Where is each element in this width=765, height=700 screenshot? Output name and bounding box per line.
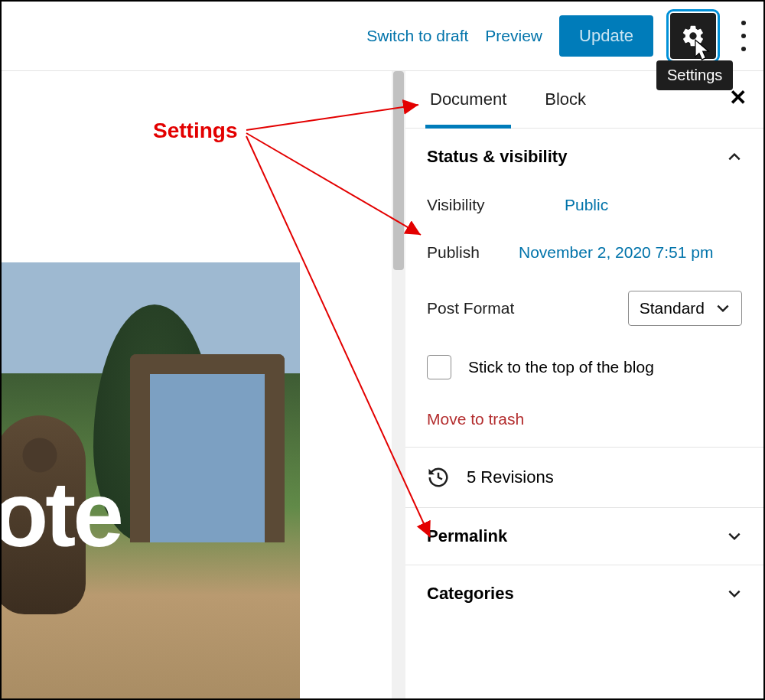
tab-block[interactable]: Block xyxy=(540,90,591,109)
stick-top-row[interactable]: Stick to the top of the blog xyxy=(427,355,742,379)
post-format-select[interactable]: Standard xyxy=(628,291,742,326)
stick-top-checkbox[interactable] xyxy=(427,355,451,379)
update-button[interactable]: Update xyxy=(559,15,653,57)
publish-row: Publish November 2, 2020 7:51 pm xyxy=(427,243,742,262)
chevron-down-icon xyxy=(727,529,742,544)
editor-toolbar: Switch to draft Preview Update Settings xyxy=(2,2,763,71)
permalink-title: Permalink xyxy=(427,526,507,546)
visibility-label: Visibility xyxy=(427,196,565,214)
preview-link[interactable]: Preview xyxy=(485,27,542,45)
revisions-text: 5 Revisions xyxy=(467,467,554,487)
panel-permalink[interactable]: Permalink xyxy=(405,508,763,565)
editor-body: ote Document Block ✕ Status & visibility… xyxy=(2,71,763,699)
history-icon xyxy=(427,466,450,489)
post-format-value: Standard xyxy=(640,299,705,317)
featured-image[interactable]: ote xyxy=(2,262,300,700)
settings-button[interactable]: Settings xyxy=(670,13,716,59)
stick-top-label: Stick to the top of the blog xyxy=(468,358,654,376)
publish-label: Publish xyxy=(427,243,519,262)
panel-categories[interactable]: Categories xyxy=(405,565,763,622)
panel-status-header[interactable]: Status & visibility xyxy=(427,147,742,167)
tab-document[interactable]: Document xyxy=(425,90,511,129)
publish-value[interactable]: November 2, 2020 7:51 pm xyxy=(519,243,713,262)
title-fragment: ote xyxy=(2,461,121,567)
sidebar-scrollbar[interactable] xyxy=(392,71,405,699)
sidebar-tabs: Document Block ✕ xyxy=(405,71,763,129)
close-sidebar-button[interactable]: ✕ xyxy=(729,85,747,110)
post-format-label: Post Format xyxy=(427,299,565,317)
panel-revisions[interactable]: 5 Revisions xyxy=(405,448,763,508)
switch-to-draft-link[interactable]: Switch to draft xyxy=(366,27,468,45)
panel-status-visibility: Status & visibility Visibility Public Pu… xyxy=(405,129,763,448)
scrollbar-thumb[interactable] xyxy=(393,71,404,270)
categories-title: Categories xyxy=(427,584,514,604)
painting-ruin xyxy=(130,354,285,542)
chevron-down-icon xyxy=(715,301,731,316)
settings-sidebar: Document Block ✕ Status & visibility Vis… xyxy=(405,71,763,699)
chevron-down-icon xyxy=(727,586,742,601)
post-format-row: Post Format Standard xyxy=(427,291,742,326)
more-options-button[interactable] xyxy=(733,18,754,54)
visibility-row: Visibility Public xyxy=(427,196,742,214)
move-to-trash-link[interactable]: Move to trash xyxy=(427,410,524,428)
visibility-value[interactable]: Public xyxy=(565,196,608,214)
editor-canvas: ote xyxy=(2,71,392,699)
panel-status-title: Status & visibility xyxy=(427,147,567,167)
chevron-up-icon xyxy=(727,149,742,164)
